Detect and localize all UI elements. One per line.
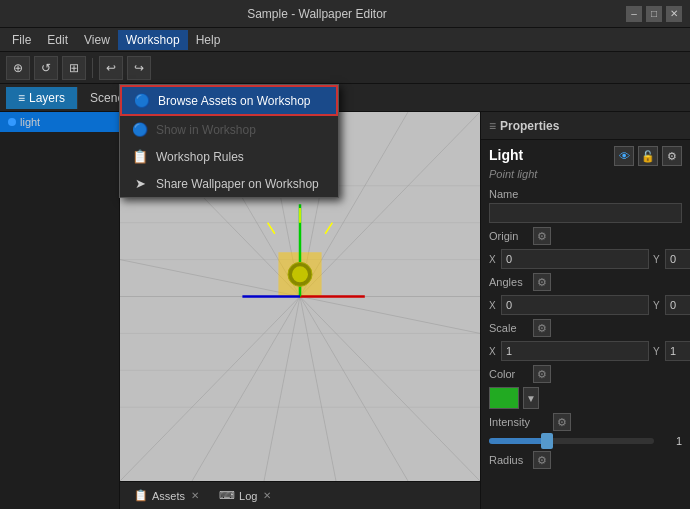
right-panel: ≡ Properties Light 👁 🔓 ⚙ Point light Nam… bbox=[480, 112, 690, 509]
toolbar-redo-button[interactable]: ↪ bbox=[127, 56, 151, 80]
btab-assets[interactable]: 📋 Assets ✕ bbox=[124, 486, 209, 505]
title-bar: Sample - Wallpaper Editor – □ ✕ bbox=[0, 0, 690, 28]
intensity-fill bbox=[489, 438, 547, 444]
share-label: Share Wallpaper on Workshop bbox=[156, 177, 319, 191]
assets-icon: 📋 bbox=[134, 489, 148, 502]
show-workshop-icon: 🔵 bbox=[132, 122, 148, 137]
dropdown-browse-assets[interactable]: 🔵 Browse Assets on Workshop bbox=[120, 85, 338, 116]
color-swatch[interactable] bbox=[489, 387, 519, 409]
menu-file[interactable]: File bbox=[4, 30, 39, 50]
prop-action-icons: 👁 🔓 ⚙ bbox=[614, 146, 682, 166]
prop-origin-row: X Y Z bbox=[489, 249, 682, 269]
prop-intensity-slider-row: 1 bbox=[489, 435, 682, 447]
tab-bar: ≡ Layers Scene + Add A... bbox=[0, 84, 690, 112]
intensity-thumb[interactable] bbox=[541, 433, 553, 449]
workshop-rules-icon: 📋 bbox=[132, 149, 148, 164]
btab-log-close[interactable]: ✕ bbox=[263, 490, 271, 501]
left-panel: light bbox=[0, 112, 120, 509]
prop-radius-gear[interactable]: ⚙ bbox=[533, 451, 551, 469]
prop-origin-label: Origin bbox=[489, 230, 529, 242]
prop-intensity-gear[interactable]: ⚙ bbox=[553, 413, 571, 431]
prop-angles-x: X bbox=[489, 295, 649, 315]
workshop-dropdown: 🔵 Browse Assets on Workshop 🔵 Show in Wo… bbox=[119, 84, 339, 198]
tab-layers[interactable]: ≡ Layers bbox=[6, 87, 78, 109]
maximize-button[interactable]: □ bbox=[646, 6, 662, 22]
window-title: Sample - Wallpaper Editor bbox=[8, 7, 626, 21]
browse-label: Browse Assets on Workshop bbox=[158, 94, 311, 108]
props-header-icon: ≡ bbox=[489, 119, 496, 133]
prop-scale-y-input[interactable] bbox=[665, 341, 690, 361]
prop-angles-y-input[interactable] bbox=[665, 295, 690, 315]
prop-scale-row: X Y Z bbox=[489, 341, 682, 361]
props-header-title: Properties bbox=[500, 119, 559, 133]
dropdown-show-workshop: 🔵 Show in Workshop bbox=[120, 116, 338, 143]
prop-angles-y: Y bbox=[653, 295, 690, 315]
prop-section-title: Light bbox=[489, 147, 523, 163]
browse-icon: 🔵 bbox=[134, 93, 150, 108]
prop-color-label: Color bbox=[489, 368, 529, 380]
toolbar-new-button[interactable]: ⊕ bbox=[6, 56, 30, 80]
prop-lock-button[interactable]: 🔓 bbox=[638, 146, 658, 166]
prop-origin-y: Y bbox=[653, 249, 690, 269]
menu-help[interactable]: Help bbox=[188, 30, 229, 50]
prop-scale-x-input[interactable] bbox=[501, 341, 649, 361]
props-content: Light 👁 🔓 ⚙ Point light Name Origin ⚙ X bbox=[481, 140, 690, 509]
btab-log-label: Log bbox=[239, 490, 257, 502]
prop-radius-label: Radius bbox=[489, 454, 529, 466]
prop-color-row: ▼ bbox=[489, 387, 682, 409]
prop-scale-x: X bbox=[489, 341, 649, 361]
menu-view[interactable]: View bbox=[76, 30, 118, 50]
bottom-tabs: 📋 Assets ✕ ⌨ Log ✕ bbox=[120, 481, 480, 509]
prop-section-sub: Point light bbox=[489, 168, 682, 180]
minimize-button[interactable]: – bbox=[626, 6, 642, 22]
dropdown-workshop-rules[interactable]: 📋 Workshop Rules bbox=[120, 143, 338, 170]
prop-scale-label: Scale bbox=[489, 322, 529, 334]
menu-bar: File Edit View Workshop Help bbox=[0, 28, 690, 52]
intensity-value: 1 bbox=[658, 435, 682, 447]
toolbar-grid-button[interactable]: ⊞ bbox=[62, 56, 86, 80]
menu-workshop[interactable]: Workshop bbox=[118, 30, 188, 50]
layer-label: light bbox=[20, 116, 40, 128]
layer-item-light[interactable]: light bbox=[0, 112, 119, 132]
toolbar: ⊕ ↺ ⊞ ↩ ↪ bbox=[0, 52, 690, 84]
prop-name-label: Name bbox=[489, 188, 682, 200]
prop-angles-label: Angles bbox=[489, 276, 529, 288]
prop-origin-x: X bbox=[489, 249, 649, 269]
layer-dot bbox=[8, 118, 16, 126]
prop-scale-y: Y bbox=[653, 341, 690, 361]
prop-scale-gear[interactable]: ⚙ bbox=[533, 319, 551, 337]
prop-origin-y-input[interactable] bbox=[665, 249, 690, 269]
close-button[interactable]: ✕ bbox=[666, 6, 682, 22]
share-icon: ➤ bbox=[132, 176, 148, 191]
svg-point-30 bbox=[292, 266, 308, 282]
props-header: ≡ Properties bbox=[481, 112, 690, 140]
show-workshop-label: Show in Workshop bbox=[156, 123, 256, 137]
prop-gear-button[interactable]: ⚙ bbox=[662, 146, 682, 166]
prop-eye-button[interactable]: 👁 bbox=[614, 146, 634, 166]
workshop-rules-label: Workshop Rules bbox=[156, 150, 244, 164]
toolbar-undo-button[interactable]: ↩ bbox=[99, 56, 123, 80]
btab-assets-label: Assets bbox=[152, 490, 185, 502]
toolbar-refresh-button[interactable]: ↺ bbox=[34, 56, 58, 80]
intensity-track bbox=[489, 438, 654, 444]
dropdown-share-wallpaper[interactable]: ➤ Share Wallpaper on Workshop bbox=[120, 170, 338, 197]
btab-assets-close[interactable]: ✕ bbox=[191, 490, 199, 501]
prop-intensity-label: Intensity bbox=[489, 416, 549, 428]
log-icon: ⌨ bbox=[219, 489, 235, 502]
color-dropdown[interactable]: ▼ bbox=[523, 387, 539, 409]
tab-layers-label: Layers bbox=[29, 91, 65, 105]
prop-origin-x-input[interactable] bbox=[501, 249, 649, 269]
prop-angles-row: X Y Z bbox=[489, 295, 682, 315]
prop-color-gear[interactable]: ⚙ bbox=[533, 365, 551, 383]
btab-log[interactable]: ⌨ Log ✕ bbox=[209, 486, 281, 505]
prop-angles-x-input[interactable] bbox=[501, 295, 649, 315]
prop-origin-gear[interactable]: ⚙ bbox=[533, 227, 551, 245]
window-controls: – □ ✕ bbox=[626, 6, 682, 22]
main-area: light bbox=[0, 112, 690, 509]
prop-angles-gear[interactable]: ⚙ bbox=[533, 273, 551, 291]
toolbar-separator bbox=[92, 58, 93, 78]
menu-edit[interactable]: Edit bbox=[39, 30, 76, 50]
prop-name-input[interactable] bbox=[489, 203, 682, 223]
layers-icon: ≡ bbox=[18, 91, 25, 105]
